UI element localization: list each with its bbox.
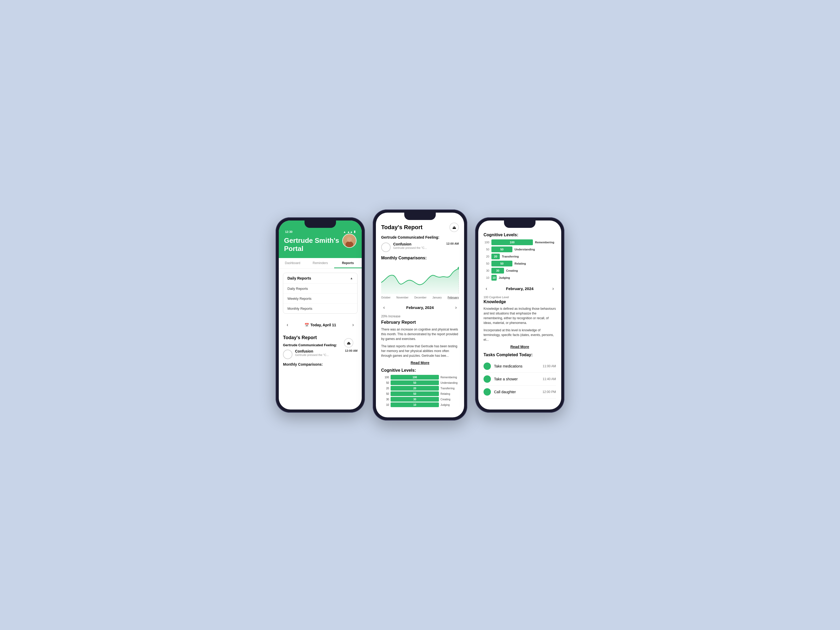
share-button-2[interactable]: ⏏ [449, 223, 459, 232]
read-more-button[interactable]: Read More [381, 361, 459, 365]
cog-bar-name: Relating [441, 392, 459, 395]
monthly-comparisons-title: Monthly Comparisons: [381, 256, 459, 261]
nav-tabs: Dashboard Reminders Reports [279, 258, 362, 268]
month-nav-3: ‹ February, 2024 › [483, 283, 556, 294]
cog-bar-row: 50 50 Relating [381, 392, 459, 396]
cog3-bar-name: Transferring [502, 255, 523, 258]
dropdown-item-weekly[interactable]: Weekly Reports [283, 294, 357, 304]
report-title: Today's Report [381, 224, 423, 231]
cog-bar-value: 20 [413, 387, 416, 390]
task-row: Call daughter 12:00 PM [483, 385, 556, 398]
cog-bar-num: 10 [381, 403, 389, 406]
month-prev-button[interactable]: ‹ [381, 304, 387, 311]
cog-bar-row: 20 20 Transferring [381, 386, 459, 391]
cog-bar-num: 100 [381, 376, 389, 379]
feeling-circle-2 [381, 243, 391, 252]
feeling-time-2: 12:00 AM [446, 242, 459, 245]
cog3-bar-name: Creating [506, 269, 527, 272]
tasks-list: Take medications 11:00 AM Take a shower … [483, 360, 556, 398]
cog3-bar-fill: 50 [491, 246, 512, 252]
dropdown-header[interactable]: Daily Reports ▲ [283, 273, 357, 284]
cog3-bar-fill: 20 [491, 254, 500, 259]
cog3-bar-fill: 50 [491, 261, 512, 267]
chevron-up-icon: ▲ [350, 276, 353, 280]
chart-month-dec: December [414, 296, 426, 299]
status-time: 12:30 [285, 230, 292, 234]
portal-title: Gertrude Smith's Portal [284, 237, 342, 253]
cog3-bar-value: 20 [494, 255, 497, 258]
cog3-bar-row: 10 10 Judging [483, 275, 556, 281]
cog-bar-num: 50 [381, 392, 389, 395]
cog-bar-num: 50 [381, 381, 389, 384]
cog3-bar-row: 20 20 Transferring [483, 254, 556, 259]
cog3-bar-fill: 100 [491, 239, 533, 245]
report-para1: There was an increase on cognitive and p… [381, 327, 459, 341]
cog3-bar-value: 50 [501, 262, 504, 265]
cog-bar-name: Judging [441, 403, 459, 406]
cog-bar-fill: 10 [391, 403, 439, 407]
dropdown-items: Daily Reports Weekly Reports Monthly Rep… [283, 284, 357, 313]
cog3-bar-track: 10 [491, 275, 497, 281]
chart-month-feb: February [448, 296, 459, 299]
knowledge-para2: Incorporated at this level is knowledge … [483, 328, 556, 342]
comm-feeling-label: Gertrude Communicated Feeling: [381, 235, 459, 239]
reports-dropdown[interactable]: Daily Reports ▲ Daily Reports Weekly Rep… [283, 273, 357, 314]
cog3-bar-name: Judging [499, 276, 520, 279]
dropdown-item-daily[interactable]: Daily Reports [283, 284, 357, 294]
status-icons: ▲ ▲▲ ▮ [343, 230, 355, 234]
date-text: Today, April 11 [311, 323, 336, 327]
feeling-time: 12:00 AM [345, 349, 357, 352]
task-left: Take medications [483, 363, 523, 370]
tab-dashboard[interactable]: Dashboard [279, 258, 306, 268]
cog-bar-row: 100 100 Remembering [381, 375, 459, 380]
cog3-bar-value: 100 [510, 241, 515, 244]
status-bar-1: 12:30 ▲ ▲▲ ▮ [284, 230, 357, 234]
month3-prev-button[interactable]: ‹ [483, 285, 489, 292]
dropdown-item-monthly[interactable]: Monthly Reports [283, 304, 357, 313]
feeling-sub-2: Gertrude pressed the "C... [393, 246, 444, 249]
date-next-button[interactable]: › [350, 321, 357, 328]
cog-bar-track: 50 [391, 381, 439, 385]
cog3-bar-value: 50 [501, 248, 504, 251]
date-prev-button[interactable]: ‹ [284, 321, 291, 328]
read-more-button-3[interactable]: Read More [483, 345, 556, 349]
cog-bar-track: 30 [391, 397, 439, 402]
cog-bar-row: 30 30 Creating [381, 397, 459, 402]
cog-bar-track: 100 [391, 375, 439, 380]
cog3-bar-name: Understanding [515, 248, 535, 251]
cog-bar-row: 10 10 Judging [381, 403, 459, 407]
phone-notch-2 [404, 213, 436, 220]
task-dot [483, 375, 491, 383]
cog-bar-track: 10 [391, 403, 439, 407]
month-label: February, 2024 [406, 305, 434, 310]
chart-month-nov: November [396, 296, 409, 299]
task-left: Take a shower [483, 375, 518, 383]
cog3-bar-num: 20 [483, 255, 489, 258]
task-time: 11:40 AM [543, 377, 556, 381]
task-row: Take medications 11:00 AM [483, 360, 556, 373]
task-time: 11:00 AM [543, 364, 556, 368]
dropdown-label: Daily Reports [287, 276, 311, 280]
cog-level-label: 100 Cognitive Level [483, 295, 556, 299]
tab-reminders[interactable]: Reminders [306, 258, 334, 268]
cog-bars: 100 100 Remembering 50 50 Understanding … [381, 375, 459, 407]
feeling-sub: Gertrude pressed the "C... [295, 353, 342, 357]
phone1-content: Daily Reports ▲ Daily Reports Weekly Rep… [279, 268, 362, 409]
battery-icon: ▮ [354, 230, 355, 234]
feeling-row: Confusion Gertrude pressed the "C... 12:… [283, 349, 357, 359]
chart-month-oct: October [381, 296, 391, 299]
cog3-bar-num: 50 [483, 262, 489, 265]
cog-bar-name: Understanding [441, 381, 459, 384]
task-dot [483, 388, 491, 396]
tab-reports[interactable]: Reports [334, 258, 362, 268]
feeling-name: Confusion [295, 349, 342, 353]
cog3-bar-name: Relating [515, 262, 535, 265]
date-label: 📅 Today, April 11 [305, 323, 336, 327]
task-name: Take medications [494, 364, 523, 368]
month3-next-button[interactable]: › [550, 285, 556, 292]
increase-badge: 20% Increase [381, 314, 459, 318]
svg-point-1 [346, 242, 353, 247]
month-next-button[interactable]: › [453, 304, 459, 311]
cog-bar-fill: 50 [391, 392, 439, 396]
cog-bar-num: 20 [381, 387, 389, 390]
